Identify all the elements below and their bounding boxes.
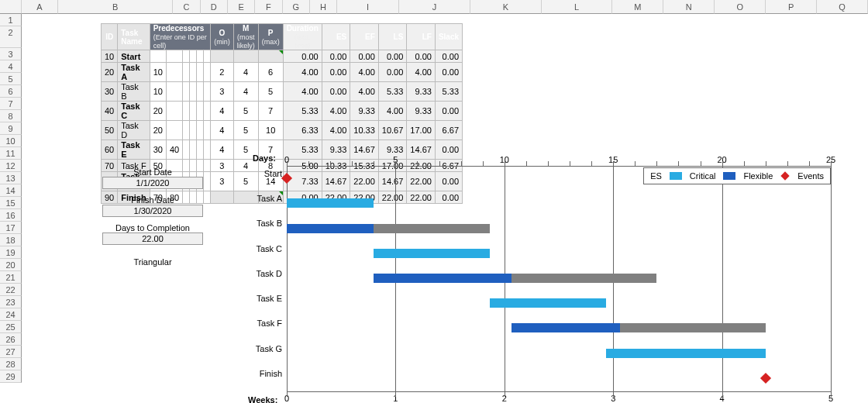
critical-bar xyxy=(287,198,374,208)
col-header-I[interactable]: I xyxy=(337,0,399,14)
th-slack[interactable]: Slack xyxy=(435,24,462,50)
col-header-H[interactable]: H xyxy=(310,0,337,14)
legend-event-swatch xyxy=(781,171,790,180)
row-header-19[interactable]: 19 xyxy=(0,246,22,259)
col-header-A[interactable]: A xyxy=(22,0,58,14)
col-header-J[interactable]: J xyxy=(399,0,470,14)
row-header-14[interactable]: 14 xyxy=(0,184,22,197)
col-header-G[interactable]: G xyxy=(283,0,310,14)
row-header-24[interactable]: 24 xyxy=(0,308,22,321)
row-header-25[interactable]: 25 xyxy=(0,321,22,333)
row-header-29[interactable]: 29 xyxy=(0,370,22,383)
start-date-label: Start Date xyxy=(102,167,203,177)
start-date-value[interactable]: 1/1/2020 xyxy=(102,177,203,189)
row-header-10[interactable]: 10 xyxy=(0,135,22,147)
th-m[interactable]: M(most likely) xyxy=(233,24,258,50)
gantt-chart: Days: Weeks: 0510152025 012345 StartTask… xyxy=(223,155,835,403)
row-header-2[interactable]: 2 xyxy=(0,26,22,48)
th-lf[interactable]: LF xyxy=(407,24,436,50)
col-header-P[interactable]: P xyxy=(766,0,817,14)
row-header-23[interactable]: 23 xyxy=(0,296,22,308)
gantt-row-label: Task C xyxy=(225,244,282,253)
col-header-F[interactable]: F xyxy=(255,0,282,14)
row-header-6[interactable]: 6 xyxy=(0,85,22,98)
th-preds[interactable]: Predecessors(Enter one ID per cell) xyxy=(150,24,211,50)
days-axis-label: Days: xyxy=(253,153,276,163)
days-completion-value[interactable]: 22.00 xyxy=(102,232,203,245)
gantt-row-label: Finish xyxy=(225,369,282,378)
row-header-11[interactable]: 11 xyxy=(0,147,22,160)
row-header-13[interactable]: 13 xyxy=(0,172,22,184)
gantt-row-label: Start xyxy=(225,169,282,178)
row-header-5[interactable]: 5 xyxy=(0,73,22,85)
row-header-3[interactable]: 3 xyxy=(0,48,22,60)
table-row[interactable]: 20Task A102464.000.004.000.004.000.00 xyxy=(102,63,463,82)
row-header-8[interactable]: 8 xyxy=(0,110,22,122)
row-header-1[interactable]: 1 xyxy=(0,14,22,26)
axis-top: 0510152025 xyxy=(287,155,835,164)
flexible-bar xyxy=(512,323,620,332)
finish-date-value[interactable]: 1/30/2020 xyxy=(102,205,203,217)
row-header-21[interactable]: 21 xyxy=(0,271,22,284)
col-header-Q[interactable]: Q xyxy=(817,0,868,14)
chart-legend: ES Critical Flexible Events xyxy=(643,167,831,184)
row-header-4[interactable]: 4 xyxy=(0,60,22,73)
gantt-row-label: Task F xyxy=(225,319,282,328)
row-header-22[interactable]: 22 xyxy=(0,284,22,296)
gantt-row-label: Task B xyxy=(225,219,282,228)
legend-flex-swatch xyxy=(723,172,735,180)
row-header-16[interactable]: 16 xyxy=(0,209,22,222)
gantt-row-label: Task A xyxy=(225,194,282,203)
th-ls[interactable]: LS xyxy=(378,24,407,50)
col-header-D[interactable]: D xyxy=(201,0,228,14)
plot-area: StartTask ATask BTask CTask DTask ETask … xyxy=(287,166,831,392)
gantt-row: Task G xyxy=(287,341,831,366)
col-header-O[interactable]: O xyxy=(715,0,766,14)
gantt-row-label: Task D xyxy=(225,269,282,278)
row-header-20[interactable]: 20 xyxy=(0,259,22,271)
row-header-7[interactable]: 7 xyxy=(0,98,22,110)
gantt-row: Task C xyxy=(287,241,831,266)
row-header-15[interactable]: 15 xyxy=(0,197,22,209)
legend-es-label: ES xyxy=(650,171,662,181)
table-row[interactable]: 40Task C204575.334.009.334.009.330.00 xyxy=(102,102,463,121)
row-header-9[interactable]: 9 xyxy=(0,122,22,135)
col-header-M[interactable]: M xyxy=(612,0,663,14)
gantt-row-label: Task G xyxy=(225,344,282,353)
col-header-L[interactable]: L xyxy=(542,0,613,14)
th-o[interactable]: O(min) xyxy=(211,24,234,50)
row-header-26[interactable]: 26 xyxy=(0,333,22,346)
legend-crit-label: Critical xyxy=(690,171,716,181)
col-header-K[interactable]: K xyxy=(470,0,542,14)
col-header-C[interactable]: C xyxy=(173,0,200,14)
col-header-N[interactable]: N xyxy=(663,0,715,14)
legend-crit-swatch xyxy=(670,172,682,180)
th-ef[interactable]: EF xyxy=(350,24,379,50)
row-header-12[interactable]: 12 xyxy=(0,160,22,172)
th-p[interactable]: P(max) xyxy=(258,24,283,50)
event-diamond-icon xyxy=(760,373,771,384)
row-headers[interactable]: 1234567891011121314151617181920212223242… xyxy=(0,14,22,383)
event-diamond-icon xyxy=(281,173,292,184)
th-dur[interactable]: Duration(exp. time) xyxy=(283,24,322,50)
legend-event-label: Events xyxy=(797,171,824,181)
th-id[interactable]: ID xyxy=(102,24,118,50)
row-header-27[interactable]: 27 xyxy=(0,346,22,358)
th-name[interactable]: Task Name xyxy=(118,24,150,50)
column-headers[interactable]: ABCDEFGHIJKLMNOPQ xyxy=(0,0,868,14)
weeks-axis-label: Weeks: xyxy=(248,395,277,403)
table-row[interactable]: 10Start0.000.000.000.000.000.00 xyxy=(102,50,463,63)
col-header-B[interactable]: B xyxy=(58,0,173,14)
info-block: Start Date 1/1/2020 Finish Date 1/30/202… xyxy=(102,161,203,267)
col-header-E[interactable]: E xyxy=(228,0,255,14)
th-es[interactable]: ES xyxy=(322,24,350,50)
row-header-18[interactable]: 18 xyxy=(0,234,22,246)
table-row[interactable]: 30Task B103454.000.004.005.339.335.33 xyxy=(102,82,463,102)
row-header-28[interactable]: 28 xyxy=(0,358,22,370)
table-row[interactable]: 50Task D2045106.334.0010.3310.6717.006.6… xyxy=(102,121,463,140)
row-header-17[interactable]: 17 xyxy=(0,222,22,234)
distribution-label: Triangular xyxy=(102,257,203,267)
critical-bar xyxy=(374,249,490,258)
gantt-row: Task D xyxy=(287,266,831,291)
gantt-row: Finish xyxy=(287,366,831,391)
